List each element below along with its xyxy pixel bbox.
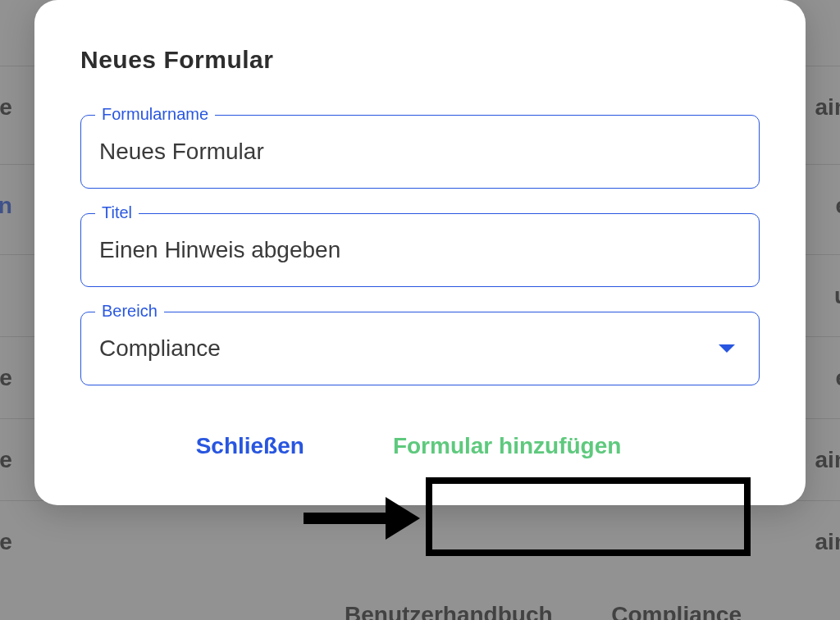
- title-input[interactable]: [80, 213, 760, 287]
- formname-input[interactable]: [80, 115, 760, 189]
- area-field-wrapper: Bereich: [80, 312, 760, 385]
- modal-actions: Schließen Formular hinzufügen: [80, 420, 760, 472]
- new-form-modal: Neues Formular Formularname Titel Bereic…: [34, 0, 806, 505]
- add-form-button[interactable]: Formular hinzufügen: [370, 420, 644, 472]
- area-label: Bereich: [95, 302, 164, 321]
- area-select[interactable]: [80, 312, 760, 385]
- modal-title: Neues Formular: [80, 46, 760, 74]
- formname-label: Formularname: [95, 105, 215, 124]
- close-button[interactable]: Schließen: [196, 433, 304, 459]
- formname-field-wrapper: Formularname: [80, 115, 760, 189]
- title-label: Titel: [95, 203, 139, 222]
- title-field-wrapper: Titel: [80, 213, 760, 287]
